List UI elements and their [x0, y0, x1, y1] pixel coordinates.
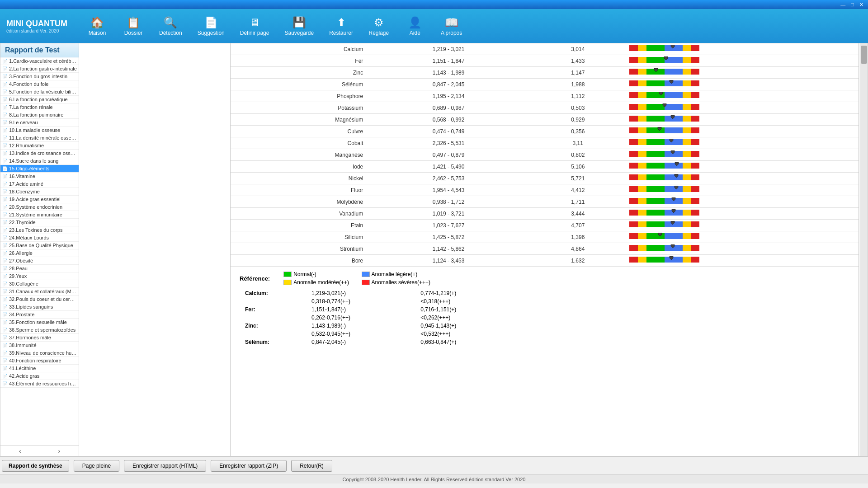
maximize-button[interactable]: □ — [848, 2, 857, 7]
sidebar-item-41[interactable]: 📄41.Lécithine — [0, 365, 79, 372]
sidebar-item-12[interactable]: 📄12.Rhumatisme — [0, 142, 79, 150]
sidebar-item-26[interactable]: 📄26.Allergie — [0, 249, 79, 257]
nav-item-restaurer[interactable]: ⬆Restaurer — [324, 14, 359, 38]
back-button[interactable]: Retour(R) — [291, 460, 332, 472]
sidebar-item-23[interactable]: 📄23.Les Toxines du corps — [0, 226, 79, 234]
sidebar-item-17[interactable]: 📄17.Acide aminé — [0, 180, 79, 188]
full-page-button[interactable]: Page pleine — [74, 460, 119, 472]
nav-item-apropos[interactable]: 📖A propos — [435, 14, 467, 38]
sidebar-item-38[interactable]: 📄38.Immunité — [0, 342, 79, 349]
sidebar-item-label-1: 1.Cardio-vasculaire et cérébro-vasc — [9, 58, 77, 64]
svg-rect-12 — [691, 57, 699, 63]
svg-rect-14 — [629, 69, 638, 75]
sidebar-item-25[interactable]: 📄25.Base de Qualité Physique — [0, 242, 79, 249]
svg-rect-43 — [638, 116, 646, 122]
sidebar-item-33[interactable]: 📄33.Lipides sanguins — [0, 303, 79, 311]
save-html-button[interactable]: Enregistrer rapport (HTML) — [124, 460, 206, 472]
sidebar-item-icon-30: 📄 — [2, 282, 8, 286]
sidebar-item-1[interactable]: 📄1.Cardio-vasculaire et cérébro-vasc — [0, 57, 79, 65]
sidebar-item-11[interactable]: 📄11.La densité minérale osseuse — [0, 134, 79, 142]
sidebar-item-9[interactable]: 📄9.Le cerveau — [0, 119, 79, 127]
sidebar-item-2[interactable]: 📄2.La fonction gastro-intestinale — [0, 65, 79, 73]
sidebar-item-8[interactable]: 📄8.La fonction pulmonaire — [0, 111, 79, 119]
center-panel — [79, 43, 231, 456]
sidebar-item-35[interactable]: 📄35.Fonction sexuelle mâle — [0, 319, 79, 326]
nav-item-definir-page[interactable]: 🖥Définir page — [235, 14, 275, 38]
sidebar-item-36[interactable]: 📄36.Sperme et spermatozoïdes — [0, 326, 79, 334]
svg-rect-70 — [629, 163, 638, 169]
sidebar-item-label-9: 9.Le cerveau — [9, 120, 38, 125]
sidebar-item-15[interactable]: 📄15.Oligo-éléments — [0, 165, 79, 173]
sidebar-item-label-35: 35.Fonction sexuelle mâle — [9, 319, 67, 325]
mineral-name: Molybdène — [231, 196, 367, 208]
mineral-bar — [626, 255, 859, 267]
sidebar-item-icon-27: 📄 — [2, 258, 8, 263]
mineral-name: Etain — [231, 220, 367, 231]
mineral-range: 1,195 - 2,134 — [367, 90, 530, 102]
sidebar-item-40[interactable]: 📄40.Fonction respiratoire — [0, 357, 79, 365]
nav-item-aide[interactable]: 👤Aide — [399, 14, 431, 38]
sidebar-item-29[interactable]: 📄29.Yeux — [0, 272, 79, 280]
sidebar-item-27[interactable]: 📄27.Obésité — [0, 257, 79, 265]
svg-rect-128 — [646, 257, 665, 263]
sidebar-item-14[interactable]: 📄14.Sucre dans le sang — [0, 157, 79, 165]
sidebar-item-13[interactable]: 📄13.Indice de croissance osseuse — [0, 150, 79, 157]
sidebar-item-42[interactable]: 📄42.Acide gras — [0, 372, 79, 380]
svg-rect-64 — [638, 151, 646, 157]
gauge-bar — [629, 92, 699, 99]
scrollbar-thumb[interactable] — [861, 46, 867, 64]
svg-rect-120 — [638, 245, 646, 251]
sidebar-item-18[interactable]: 📄18.Coenzyme — [0, 188, 79, 196]
nav-item-sauvegarde[interactable]: 💾Sauvegarde — [279, 14, 319, 38]
sidebar-item-16[interactable]: 📄16.Vitamine — [0, 173, 79, 180]
svg-rect-32 — [683, 92, 691, 98]
sidebar-item-10[interactable]: 📄10.La maladie osseuse — [0, 127, 79, 134]
synthesis-button[interactable]: Rapport de synthèse — [2, 460, 69, 472]
legend-label: Anomalie modérée(++) — [293, 279, 349, 286]
svg-rect-7 — [629, 57, 638, 63]
sidebar-item-19[interactable]: 📄19.Acide gras essentiel — [0, 196, 79, 203]
sidebar-item-43[interactable]: 📄43.Élément de ressources humaines — [0, 380, 79, 388]
sidebar-item-21[interactable]: 📄21.Système immunitaire — [0, 211, 79, 219]
svg-rect-46 — [683, 116, 691, 122]
nav-item-detection[interactable]: 🔍Détection — [154, 14, 188, 38]
sidebar-item-22[interactable]: 📄22.Thyroïde — [0, 219, 79, 226]
sidebar-item-label-26: 26.Allergie — [9, 250, 33, 256]
svg-rect-21 — [629, 80, 638, 86]
sidebar-item-5[interactable]: 📄5.Fonction de la vésicule biliaire — [0, 88, 79, 96]
mineral-range: 1,425 - 5,872 — [367, 231, 530, 243]
ref-normal: 1,151-1,847(-) — [298, 305, 407, 314]
nav-item-reglage[interactable]: ⚙Réglage — [363, 14, 395, 38]
reference-row: Fer: 1,151-1,847(-) 0,716-1,151(+) — [240, 305, 511, 314]
minimize-button[interactable]: — — [838, 2, 848, 7]
svg-rect-56 — [629, 139, 638, 145]
sidebar-item-31[interactable]: 📄31.Canaux et collatéraux (Méridien) — [0, 288, 79, 296]
scroll-right-btn[interactable]: › — [40, 446, 79, 456]
sidebar-item-39[interactable]: 📄39.Niveau de conscience humaine — [0, 349, 79, 357]
sidebar-item-30[interactable]: 📄30.Collagène — [0, 280, 79, 288]
nav-item-maison[interactable]: 🏠Maison — [81, 14, 113, 38]
sidebar-item-28[interactable]: 📄28.Peau — [0, 265, 79, 272]
svg-rect-107 — [646, 221, 665, 227]
sidebar-item-label-43: 43.Élément de ressources humaines — [9, 381, 77, 386]
svg-rect-117 — [691, 233, 699, 239]
sidebar-item-20[interactable]: 📄20.Système endocrinien — [0, 203, 79, 211]
sidebar-item-24[interactable]: 📄24.Métaux Lourds — [0, 234, 79, 242]
svg-rect-50 — [638, 127, 646, 133]
sidebar-item-4[interactable]: 📄4.Fonction du foie — [0, 80, 79, 88]
nav-item-dossier[interactable]: 📋Dossier — [118, 14, 149, 38]
sidebar-item-3[interactable]: 📄3.Fonction du gros intestin — [0, 73, 79, 80]
sidebar-item-32[interactable]: 📄32.Pouls du coeur et du cerveau — [0, 296, 79, 303]
content-area[interactable]: Calcium 1,219 - 3,021 3,014 Fer 1,151 - … — [231, 43, 859, 456]
svg-rect-49 — [629, 127, 638, 133]
nav-item-suggestion[interactable]: 📄Suggestion — [192, 14, 230, 38]
scroll-left-btn[interactable]: ‹ — [0, 446, 40, 456]
svg-rect-82 — [691, 174, 699, 180]
sidebar-item-34[interactable]: 📄34.Prostate — [0, 311, 79, 319]
sidebar-item-7[interactable]: 📄7.La fonction rénale — [0, 103, 79, 111]
save-zip-button[interactable]: Enregistrer rapport (ZIP) — [211, 460, 287, 472]
sidebar-item-icon-6: 📄 — [2, 97, 8, 102]
close-button[interactable]: ✕ — [857, 2, 866, 8]
sidebar-item-6[interactable]: 📄6.La fonction pancréatique — [0, 96, 79, 103]
sidebar-item-37[interactable]: 📄37.Hormones mâle — [0, 334, 79, 342]
